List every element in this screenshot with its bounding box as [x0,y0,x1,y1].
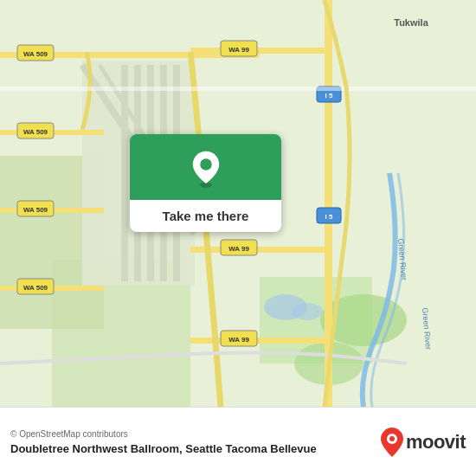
moovit-pin-icon [380,427,404,458]
svg-text:WA 509: WA 509 [23,206,48,214]
svg-text:WA 509: WA 509 [23,284,48,292]
bottom-bar: © OpenStreetMap contributors Doubletree … [0,407,476,476]
svg-text:WA 99: WA 99 [228,245,249,253]
moovit-logo: moovit [380,427,466,458]
svg-text:WA 509: WA 509 [23,50,48,58]
map-container: WA 509 WA 509 WA 509 WA 509 WA 99 WA 99 … [0,0,476,407]
svg-text:Tukwila: Tukwila [394,17,428,28]
take-me-there-button[interactable]: Take me there [151,200,261,232]
svg-text:I 5: I 5 [325,213,333,221]
svg-text:WA 99: WA 99 [228,46,249,54]
svg-text:WA 99: WA 99 [228,336,249,344]
svg-rect-19 [190,247,329,253]
svg-rect-20 [190,338,329,344]
svg-point-49 [389,436,395,441]
bottom-text-area: © OpenStreetMap contributors Doubletree … [10,429,371,455]
location-name: Doubletree Northwest Ballroom, Seattle T… [10,442,371,455]
attribution: © OpenStreetMap contributors [10,429,371,439]
location-pin-icon [187,150,225,188]
svg-rect-18 [190,48,329,54]
svg-point-47 [200,158,212,170]
moovit-text: moovit [406,431,466,453]
svg-rect-45 [0,87,476,91]
svg-point-23 [292,303,323,320]
svg-text:I 5: I 5 [325,92,333,100]
location-card[interactable]: Take me there [130,134,281,232]
card-top [130,134,281,200]
svg-text:WA 509: WA 509 [23,128,48,136]
